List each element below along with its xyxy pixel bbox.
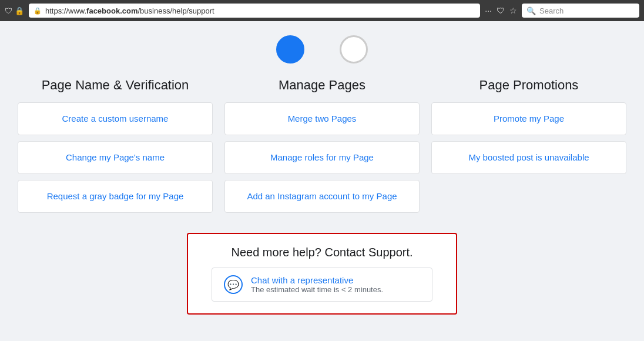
main-content: Page Name & Verification Create a custom… — [0, 21, 644, 326]
section-page-name-verification: Page Name & Verification Create a custom… — [18, 78, 213, 219]
search-icon: 🔍 — [526, 6, 536, 15]
chat-label: Chat with a representative — [251, 275, 383, 285]
btn-manage-roles[interactable]: Manage roles for my Page — [224, 141, 420, 174]
url-text: https://www.facebook.com/business/help/s… — [45, 6, 214, 15]
btn-boosted-post-unavailable[interactable]: My boosted post is unavailable — [431, 141, 626, 174]
btn-promote-my-page[interactable]: Promote my Page — [431, 102, 626, 135]
browser-chrome: 🛡 🔒 🔒 https://www.facebook.com/business/… — [0, 0, 644, 21]
contact-support-wrapper: Need more help? Contact Support. 💬 Chat … — [18, 233, 626, 315]
section-page-promotions: Page Promotions Promote my Page My boost… — [431, 78, 626, 219]
section-title-page-promotions: Page Promotions — [431, 78, 626, 93]
chat-sublabel: The estimated wait time is < 2 minutes. — [251, 285, 383, 294]
browser-security-icons: 🛡 🔒 — [5, 6, 24, 15]
btn-create-custom-username[interactable]: Create a custom username — [18, 102, 213, 135]
browser-search-bar[interactable]: 🔍 Search — [522, 4, 639, 18]
chat-with-representative-button[interactable]: 💬 Chat with a representative The estimat… — [212, 268, 432, 302]
url-bar[interactable]: 🔒 https://www.facebook.com/business/help… — [29, 4, 480, 18]
steps-circles — [18, 33, 626, 63]
chat-icon: 💬 — [224, 275, 243, 294]
help-sections-grid: Page Name & Verification Create a custom… — [18, 78, 626, 219]
browser-extra-icons: ··· 🛡 ☆ — [485, 6, 517, 15]
contact-support-box: Need more help? Contact Support. 💬 Chat … — [187, 233, 457, 315]
step-circle-2 — [340, 35, 368, 63]
shield-icon: 🛡 — [5, 6, 12, 15]
lock-small-icon: 🔒 — [33, 7, 42, 15]
shield-bookmark-icon[interactable]: 🛡 — [497, 6, 505, 15]
step-circle-1 — [276, 35, 304, 63]
lock-icon: 🔒 — [15, 6, 24, 15]
more-icon[interactable]: ··· — [485, 6, 492, 15]
btn-add-instagram[interactable]: Add an Instagram account to my Page — [224, 180, 420, 213]
section-manage-pages: Manage Pages Merge two Pages Manage role… — [224, 78, 420, 219]
section-title-page-name: Page Name & Verification — [18, 78, 213, 93]
contact-support-title: Need more help? Contact Support. — [212, 246, 432, 259]
search-placeholder: Search — [539, 6, 564, 15]
star-icon[interactable]: ☆ — [509, 6, 517, 15]
btn-merge-two-pages[interactable]: Merge two Pages — [224, 102, 420, 135]
btn-request-gray-badge[interactable]: Request a gray badge for my Page — [18, 180, 213, 213]
btn-change-page-name[interactable]: Change my Page's name — [18, 141, 213, 174]
section-title-manage-pages: Manage Pages — [224, 78, 420, 93]
chat-text-wrapper: Chat with a representative The estimated… — [251, 275, 383, 294]
